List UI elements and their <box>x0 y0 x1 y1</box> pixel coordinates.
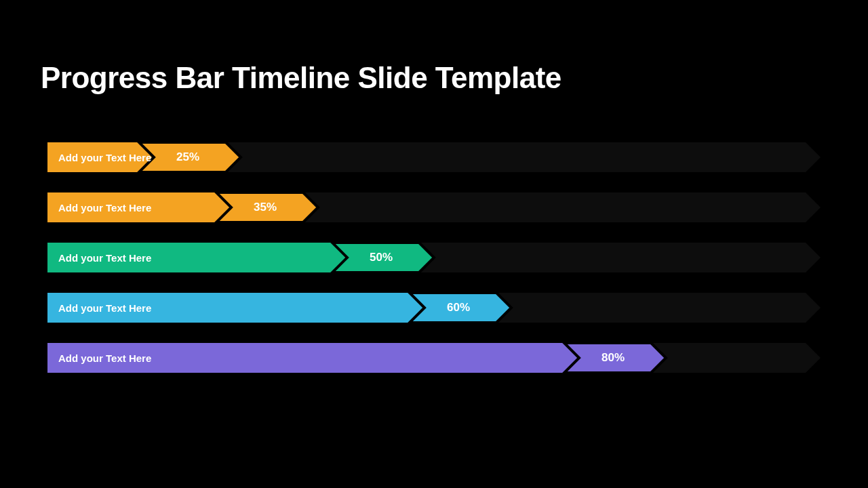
progress-bar-label: Add your Text Here <box>58 192 151 222</box>
progress-bar-row: Add your Text Here60% <box>47 293 821 323</box>
progress-bar-svg <box>47 293 821 323</box>
progress-bar-label: Add your Text Here <box>58 293 151 323</box>
progress-bar-label: Add your Text Here <box>58 243 151 272</box>
progress-bar-svg <box>47 343 821 373</box>
slide-root: Progress Bar Timeline Slide Template Add… <box>0 0 868 488</box>
progress-bar-label: Add your Text Here <box>58 142 151 172</box>
progress-bar-svg <box>47 192 821 222</box>
progress-bar-row: Add your Text Here80% <box>47 343 821 373</box>
progress-bar-percent: 50% <box>370 243 393 272</box>
progress-bar-percent: 35% <box>254 192 277 222</box>
progress-bar-svg <box>47 243 821 272</box>
progress-bar-percent: 60% <box>447 293 470 323</box>
progress-bar-row: Add your Text Here25% <box>47 142 821 172</box>
progress-bars-container: Add your Text Here25%Add your Text Here3… <box>41 142 827 373</box>
progress-bar-row: Add your Text Here50% <box>47 243 821 272</box>
progress-bar-percent: 25% <box>176 142 199 172</box>
progress-bar-svg <box>47 142 821 172</box>
slide-title: Progress Bar Timeline Slide Template <box>41 61 827 95</box>
progress-bar-percent: 80% <box>601 343 625 373</box>
progress-bar-row: Add your Text Here35% <box>47 192 821 222</box>
progress-bar-label: Add your Text Here <box>58 343 151 373</box>
